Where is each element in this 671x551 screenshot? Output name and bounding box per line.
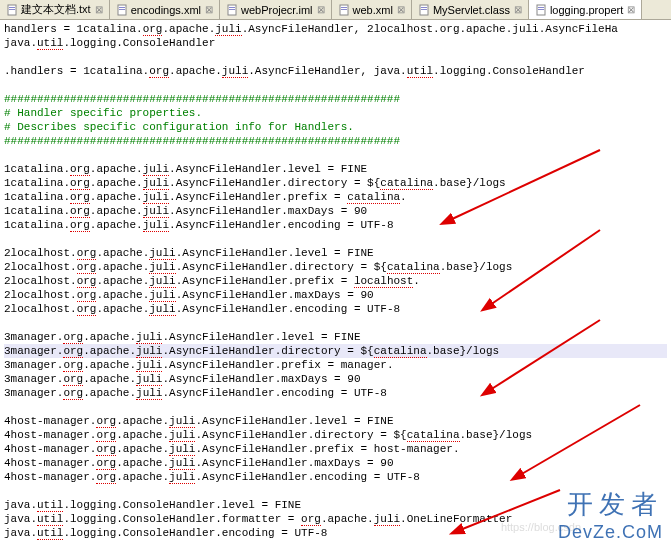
code-line[interactable]: 1catalina.org.apache.juli.AsyncFileHandl…	[4, 162, 667, 176]
code-line[interactable]: 1catalina.org.apache.juli.AsyncFileHandl…	[4, 176, 667, 190]
code-line[interactable]: 4host-manager.org.apache.juli.AsyncFileH…	[4, 470, 667, 484]
svg-rect-14	[421, 9, 427, 10]
code-line[interactable]	[4, 400, 667, 414]
tab-2[interactable]: webProjecr.iml⊠	[220, 0, 332, 19]
tab-label: logging.propert	[550, 4, 623, 16]
code-line[interactable]: # Describes specific configuration info …	[4, 120, 667, 134]
file-icon	[418, 4, 430, 16]
tab-0[interactable]: 建文本文档.txt⊠	[0, 0, 110, 19]
svg-rect-2	[9, 9, 15, 10]
file-icon	[116, 4, 128, 16]
code-line[interactable]: 1catalina.org.apache.juli.AsyncFileHandl…	[4, 204, 667, 218]
svg-rect-10	[341, 7, 347, 8]
code-line[interactable]: 3manager.org.apache.juli.AsyncFileHandle…	[4, 372, 667, 386]
file-icon	[6, 4, 18, 16]
code-line[interactable]: 3manager.org.apache.juli.AsyncFileHandle…	[4, 386, 667, 400]
devze-watermark: 开发者 DevZe.CoM	[558, 487, 663, 543]
tab-label: web.xml	[353, 4, 393, 16]
tab-3[interactable]: web.xml⊠	[332, 0, 412, 19]
code-line[interactable]: 2localhost.org.apache.juli.AsyncFileHand…	[4, 274, 667, 288]
code-line[interactable]: 4host-manager.org.apache.juli.AsyncFileH…	[4, 442, 667, 456]
code-line[interactable]: 2localhost.org.apache.juli.AsyncFileHand…	[4, 302, 667, 316]
svg-rect-13	[421, 7, 427, 8]
tab-bar: 建文本文档.txt⊠encodings.xml⊠webProjecr.iml⊠w…	[0, 0, 671, 20]
code-line[interactable]: 4host-manager.org.apache.juli.AsyncFileH…	[4, 428, 667, 442]
svg-rect-8	[229, 9, 235, 10]
code-line[interactable]: 2localhost.org.apache.juli.AsyncFileHand…	[4, 246, 667, 260]
svg-rect-4	[119, 7, 125, 8]
code-line[interactable]: ########################################…	[4, 92, 667, 106]
code-line[interactable]: 2localhost.org.apache.juli.AsyncFileHand…	[4, 260, 667, 274]
code-line[interactable]: java.util.logging.ConsoleHandler	[4, 36, 667, 50]
svg-rect-5	[119, 9, 125, 10]
code-line[interactable]	[4, 316, 667, 330]
code-line[interactable]: 4host-manager.org.apache.juli.AsyncFileH…	[4, 414, 667, 428]
watermark-cn: 开发者	[558, 487, 663, 522]
close-icon[interactable]: ⊠	[205, 4, 213, 15]
close-icon[interactable]: ⊠	[95, 4, 103, 15]
editor-area[interactable]: handlers = 1catalina.org.apache.juli.Asy…	[0, 20, 671, 542]
code-line[interactable]	[4, 148, 667, 162]
code-line[interactable]: 1catalina.org.apache.juli.AsyncFileHandl…	[4, 218, 667, 232]
svg-rect-16	[538, 7, 544, 8]
code-line[interactable]: # Handler specific properties.	[4, 106, 667, 120]
tab-1[interactable]: encodings.xml⊠	[110, 0, 220, 19]
close-icon[interactable]: ⊠	[514, 4, 522, 15]
close-icon[interactable]: ⊠	[317, 4, 325, 15]
close-icon[interactable]: ⊠	[627, 4, 635, 15]
code-line[interactable]: 4host-manager.org.apache.juli.AsyncFileH…	[4, 456, 667, 470]
code-line[interactable]: 1catalina.org.apache.juli.AsyncFileHandl…	[4, 190, 667, 204]
code-line[interactable]: .handlers = 1catalina.org.apache.juli.As…	[4, 64, 667, 78]
code-line[interactable]: 3manager.org.apache.juli.AsyncFileHandle…	[4, 330, 667, 344]
code-line[interactable]: 3manager.org.apache.juli.AsyncFileHandle…	[4, 344, 667, 358]
svg-rect-1	[9, 7, 15, 8]
file-icon	[226, 4, 238, 16]
code-line[interactable]	[4, 50, 667, 64]
code-line[interactable]	[4, 232, 667, 246]
watermark-en: DevZe.CoM	[558, 522, 663, 543]
tab-4[interactable]: MyServlet.class⊠	[412, 0, 529, 19]
tab-label: 建文本文档.txt	[21, 2, 91, 17]
svg-rect-7	[229, 7, 235, 8]
code-line[interactable]: ########################################…	[4, 134, 667, 148]
svg-rect-11	[341, 9, 347, 10]
tab-label: MyServlet.class	[433, 4, 510, 16]
file-icon	[535, 4, 547, 16]
code-line[interactable]: 2localhost.org.apache.juli.AsyncFileHand…	[4, 288, 667, 302]
file-icon	[338, 4, 350, 16]
code-line[interactable]: 3manager.org.apache.juli.AsyncFileHandle…	[4, 358, 667, 372]
tab-5[interactable]: logging.propert⊠	[529, 0, 642, 19]
close-icon[interactable]: ⊠	[397, 4, 405, 15]
code-line[interactable]: handlers = 1catalina.org.apache.juli.Asy…	[4, 22, 667, 36]
tab-label: webProjecr.iml	[241, 4, 313, 16]
code-line[interactable]	[4, 78, 667, 92]
svg-rect-17	[538, 9, 544, 10]
tab-label: encodings.xml	[131, 4, 201, 16]
